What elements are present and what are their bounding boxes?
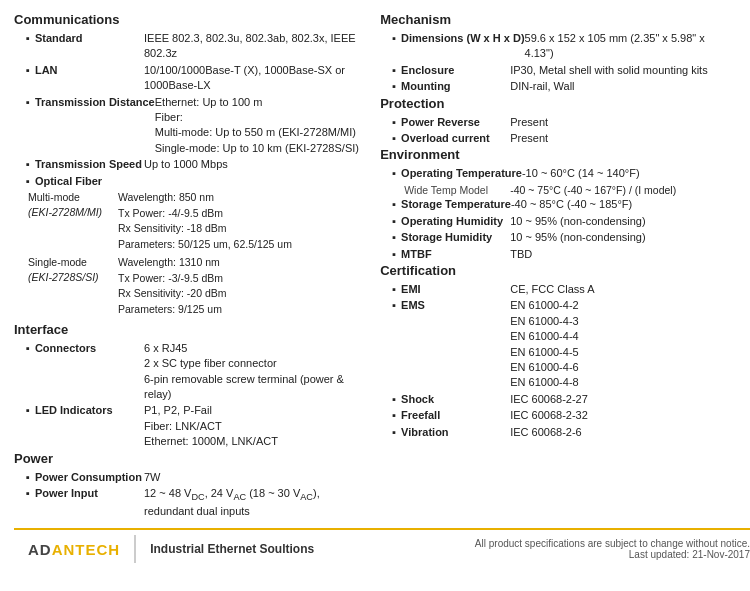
power-title: Power (14, 451, 360, 466)
enclosure-row: ▪Enclosure IP30, Metal shell with solid … (380, 63, 736, 78)
conn-line-0: 6 x RJ45 (144, 342, 187, 354)
power-consumption-value: 7W (144, 470, 360, 485)
connectors-label: Connectors (35, 342, 96, 354)
last-updated: Last updated: 21-Nov-2017 (475, 549, 750, 560)
storage-humidity-label: Storage Humidity (401, 231, 492, 243)
op-humidity-value: 10 ~ 95% (non-condensing) (510, 214, 736, 229)
bullet-icon: ▪ (26, 175, 30, 187)
communications-title: Communications (14, 12, 360, 27)
led-value: P1, P2, P-Fail Fiber: LNK/ACT Ethernet: … (144, 403, 360, 449)
singlemode-row: Single-mode (EKI-2728S/SI) Wavelength: 1… (14, 255, 360, 318)
environment-title: Environment (380, 147, 736, 162)
power-input-label: Power Input (35, 487, 98, 499)
power-consumption-row: ▪Power Consumption 7W (14, 470, 360, 485)
power-consumption-label: Power Consumption (35, 471, 142, 483)
multimode-sublabel: (EKI-2728M/MI) (28, 206, 102, 218)
singlemode-spec-3: Parameters: 9/125 um (118, 303, 222, 315)
mechanism-title: Mechanism (380, 12, 736, 27)
emi-row: ▪EMI CE, FCC Class A (380, 282, 736, 297)
storage-humidity-row: ▪Storage Humidity 10 ~ 95% (non-condensi… (380, 230, 736, 245)
ems-line-0: EN 61000-4-2 (510, 299, 579, 311)
bullet-icon: ▪ (392, 231, 396, 243)
singlemode-sublabel: (EKI-2728S/SI) (28, 271, 99, 283)
footer-logo: ADANTECH (28, 541, 120, 558)
ems-value: EN 61000-4-2 EN 61000-4-3 EN 61000-4-4 E… (510, 298, 736, 390)
conn-line-2: 6-pin removable screw terminal (power & … (144, 373, 344, 400)
emi-label: EMI (401, 283, 421, 295)
power-section: Power ▪Power Consumption 7W ▪Power Input… (14, 451, 360, 520)
bullet-icon: ▪ (392, 299, 396, 311)
ems-line-3: EN 61000-4-5 (510, 346, 579, 358)
dimensions-label: Dimensions (W x H x D) (401, 32, 524, 44)
environment-section: Environment ▪Operating Temperature -10 ~… (380, 147, 736, 262)
multimode-row: Multi-mode (EKI-2728M/MI) Wavelength: 85… (14, 190, 360, 253)
dimensions-value: 59.6 x 152 x 105 mm (2.35" x 5.98" x 4.1… (525, 31, 736, 62)
bullet-icon: ▪ (26, 404, 30, 416)
shock-value: IEC 60068-2-27 (510, 392, 736, 407)
wide-temp-label: Wide Temp Model (380, 183, 510, 198)
ems-line-5: EN 61000-4-8 (510, 376, 579, 388)
singlemode-spec-1: Tx Power: -3/-9.5 dBm (118, 272, 223, 284)
ems-line-4: EN 61000-4-6 (510, 361, 579, 373)
led-label: LED Indicators (35, 404, 113, 416)
led-line-0: P1, P2, P-Fail (144, 404, 212, 416)
power-reverse-label: Power Reverse (401, 116, 480, 128)
bullet-icon: ▪ (26, 471, 30, 483)
lan-value: 10/100/1000Base-T (X), 1000Base-SX or 10… (144, 63, 360, 94)
dimensions-row: ▪Dimensions (W x H x D) 59.6 x 152 x 105… (380, 31, 736, 62)
op-temp-row: ▪Operating Temperature -10 ~ 60°C (14 ~ … (380, 166, 736, 181)
bullet-icon: ▪ (26, 158, 30, 170)
tx-dist-line-1: Fiber: (155, 111, 183, 123)
certification-section: Certification ▪EMI CE, FCC Class A ▪EMS … (380, 263, 736, 440)
optical-fiber-row: ▪Optical Fiber (14, 174, 360, 189)
power-reverse-value: Present (510, 115, 736, 130)
footer-left: ADANTECH Industrial Ethernet Soultions (28, 535, 314, 563)
mounting-value: DIN-rail, Wall (510, 79, 736, 94)
freefall-value: IEC 60068-2-32 (510, 408, 736, 423)
page-wrapper: Communications ▪Standard IEEE 802.3, 802… (0, 0, 750, 578)
footer-divider (134, 535, 136, 563)
ems-line-1: EN 61000-4-3 (510, 315, 579, 327)
overload-label: Overload current (401, 132, 490, 144)
op-humidity-label: Operating Humidity (401, 215, 503, 227)
bullet-icon: ▪ (392, 167, 396, 179)
bullet-icon: ▪ (26, 96, 30, 108)
tx-speed-label: Transmission Speed (35, 158, 142, 170)
power-reverse-row: ▪Power Reverse Present (380, 115, 736, 130)
bullet-icon: ▪ (26, 64, 30, 76)
logo-ad: AD (28, 541, 52, 558)
tx-distance-row: ▪Transmission Distance Ethernet: Up to 1… (14, 95, 360, 157)
footer: ADANTECH Industrial Ethernet Soultions A… (14, 528, 750, 568)
tx-speed-value: Up to 1000 Mbps (144, 157, 360, 172)
main-content: Communications ▪Standard IEEE 802.3, 802… (14, 12, 736, 520)
right-column: Mechanism ▪Dimensions (W x H x D) 59.6 x… (370, 12, 736, 520)
mounting-row: ▪Mounting DIN-rail, Wall (380, 79, 736, 94)
standard-label: Standard (35, 32, 83, 44)
tx-distance-value: Ethernet: Up to 100 m Fiber: Multi-mode:… (155, 95, 360, 157)
footer-tagline: Industrial Ethernet Soultions (150, 542, 314, 556)
tx-dist-line-0: Ethernet: Up to 100 m (155, 96, 263, 108)
bullet-icon: ▪ (392, 409, 396, 421)
bullet-icon: ▪ (26, 342, 30, 354)
mounting-label: Mounting (401, 80, 450, 92)
mtbf-label: MTBF (401, 248, 432, 260)
power-input-row: ▪Power Input 12 ~ 48 VDC, 24 VAC (18 ~ 3… (14, 486, 360, 519)
tx-dist-line-3: Single-mode: Up to 10 km (EKI-2728S/SI) (155, 142, 359, 154)
wide-temp-row: Wide Temp Model -40 ~ 75°C (-40 ~ 167°F)… (380, 183, 736, 198)
multimode-spec-2: Rx Sensitivity: -18 dBm (118, 222, 227, 234)
led-row: ▪LED Indicators P1, P2, P-Fail Fiber: LN… (14, 403, 360, 449)
multimode-spec-0: Wavelength: 850 nm (118, 191, 214, 203)
freefall-row: ▪Freefall IEC 60068-2-32 (380, 408, 736, 423)
power-input-value: 12 ~ 48 VDC, 24 VAC (18 ~ 30 VAC), redun… (144, 486, 360, 519)
op-temp-label: Operating Temperature (401, 167, 522, 179)
enclosure-value: IP30, Metal shell with solid mounting ki… (510, 63, 736, 78)
shock-label: Shock (401, 393, 434, 405)
shock-row: ▪Shock IEC 60068-2-27 (380, 392, 736, 407)
tx-dist-line-2: Multi-mode: Up to 550 m (EKI-2728M/MI) (155, 126, 356, 138)
bullet-icon: ▪ (392, 283, 396, 295)
op-humidity-row: ▪Operating Humidity 10 ~ 95% (non-conden… (380, 214, 736, 229)
mtbf-row: ▪MTBF TBD (380, 247, 736, 262)
vibration-label: Vibration (401, 426, 448, 438)
emi-value: CE, FCC Class A (510, 282, 736, 297)
ems-label: EMS (401, 299, 425, 311)
